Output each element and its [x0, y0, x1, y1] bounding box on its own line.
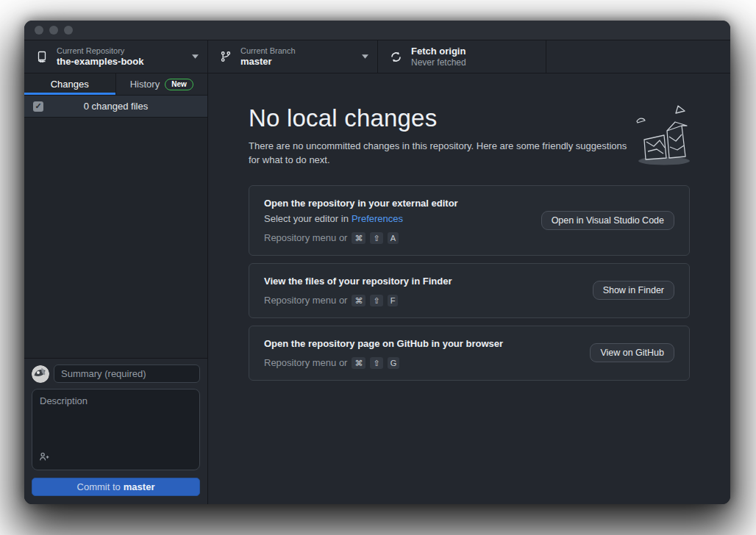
view-on-github-button[interactable]: View on GitHub [590, 343, 674, 362]
sidebar: Changes History New ✓ 0 changed files [24, 73, 208, 504]
card-text: Open the repository in your external edi… [264, 197, 528, 244]
zoom-button[interactable] [64, 26, 73, 35]
commit-button-prefix: Commit to [77, 481, 121, 492]
commit-form: Commit to master [24, 358, 207, 504]
key-letter: F [388, 295, 399, 306]
branch-name: master [240, 56, 357, 68]
suggestion-card-editor: Open the repository in your external edi… [249, 185, 690, 256]
main-panel: No local changes There are no uncommitte… [208, 73, 730, 504]
sidebar-tabs: Changes History New [24, 73, 207, 96]
chevron-down-icon [362, 54, 368, 59]
commit-button-branch: master [124, 481, 155, 492]
minimize-button[interactable] [49, 26, 58, 35]
current-branch-dropdown[interactable]: Current Branch master [208, 40, 378, 73]
show-in-finder-button[interactable]: Show in Finder [593, 281, 674, 300]
repo-icon [36, 51, 48, 62]
close-button[interactable] [35, 26, 43, 35]
toolbar: Current Repository the-examples-book Cur… [24, 40, 730, 73]
description-input[interactable] [32, 389, 199, 447]
tab-changes-label: Changes [51, 79, 89, 90]
page-subtitle: There are no uncommitted changes in this… [249, 140, 627, 168]
open-in-editor-button[interactable]: Open in Visual Studio Code [541, 211, 674, 230]
avatar [32, 365, 49, 383]
content: Changes History New ✓ 0 changed files [24, 73, 730, 504]
git-branch-icon [220, 51, 232, 62]
key-shift: ⇧ [370, 295, 382, 306]
summary-row [32, 365, 200, 383]
key-letter: G [388, 357, 400, 369]
card-title: Open the repository in your external edi… [264, 197, 528, 210]
commit-button[interactable]: Commit to master [32, 478, 200, 496]
changed-files-list [24, 118, 207, 358]
sync-icon [390, 51, 402, 63]
add-coauthor-button[interactable] [39, 451, 50, 464]
new-badge: New [165, 79, 193, 90]
toolbar-spacer [546, 40, 730, 73]
branch-label: Current Branch [240, 46, 357, 56]
person-plus-icon [39, 451, 50, 464]
shortcut-row: Repository menu or ⌘ ⇧ F [264, 295, 580, 306]
key-command: ⌘ [352, 295, 365, 306]
suggestion-cards: Open the repository in your external edi… [249, 185, 690, 381]
suggestion-card-finder: View the files of your repository in Fin… [249, 263, 690, 318]
current-repository-dropdown[interactable]: Current Repository the-examples-book [24, 40, 208, 73]
key-shift: ⇧ [370, 232, 382, 244]
shortcut-prefix: Repository menu or [264, 295, 347, 306]
key-shift: ⇧ [370, 357, 382, 369]
tab-history-label: History [130, 79, 160, 90]
app-window: Current Repository the-examples-book Cur… [24, 21, 730, 504]
card-text: Open the repository page on GitHub in yo… [264, 337, 577, 369]
chevron-down-icon [192, 54, 199, 59]
key-command: ⌘ [352, 357, 365, 369]
fetch-status: Never fetched [411, 57, 537, 68]
shortcut-row: Repository menu or ⌘ ⇧ G [264, 357, 577, 369]
card-title: Open the repository page on GitHub in yo… [264, 337, 577, 351]
card-line2: Select your editor inPreferences [264, 212, 528, 226]
changed-files-header: ✓ 0 changed files [24, 96, 207, 118]
summary-input[interactable] [54, 365, 200, 383]
shortcut-prefix: Repository menu or [264, 232, 347, 243]
branch-text: Current Branch master [240, 46, 357, 68]
card-title: View the files of your repository in Fin… [264, 275, 580, 288]
suggestion-card-github: Open the repository page on GitHub in yo… [249, 326, 690, 381]
repo-text: Current Repository the-examples-book [57, 46, 188, 68]
repo-name: the-examples-book [57, 56, 188, 68]
key-letter: A [388, 232, 399, 244]
repo-label: Current Repository [57, 46, 188, 56]
card-text: View the files of your repository in Fin… [264, 275, 580, 306]
shortcut-prefix: Repository menu or [264, 357, 347, 368]
key-command: ⌘ [352, 232, 365, 244]
select-all-checkbox[interactable]: ✓ [33, 101, 43, 112]
preferences-link[interactable]: Preferences [352, 213, 403, 224]
fetch-label: Fetch origin [411, 46, 537, 57]
crumpled-paper-illustration [628, 100, 698, 173]
description-box [32, 389, 200, 470]
fetch-text: Fetch origin Never fetched [411, 46, 537, 68]
changed-files-count: 0 changed files [84, 101, 148, 112]
tab-history[interactable]: History New [116, 73, 208, 95]
fetch-origin-button[interactable]: Fetch origin Never fetched [378, 40, 546, 73]
shortcut-row: Repository menu or ⌘ ⇧ A [264, 232, 528, 244]
tab-changes[interactable]: Changes [24, 73, 116, 95]
titlebar [24, 21, 730, 40]
card-line2-prefix: Select your editor in [264, 213, 349, 224]
